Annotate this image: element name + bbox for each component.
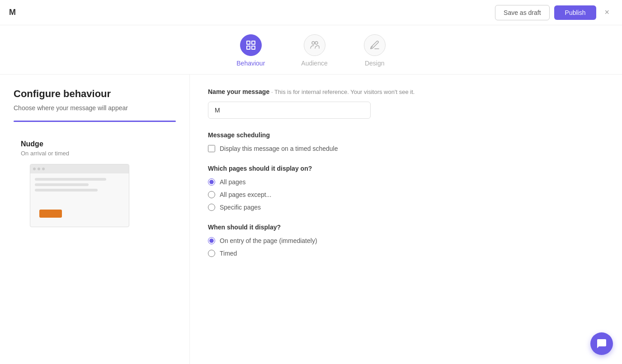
scheduling-section: Message scheduling Display this message … [208,131,604,152]
svg-point-4 [312,42,315,44]
nudge-content-area [30,173,129,199]
panel-title: Configure behaviour [14,88,176,100]
publish-button[interactable]: Publish [554,5,597,20]
behaviour-label: Behaviour [236,60,265,67]
message-name-input[interactable] [208,102,371,119]
when-radio-immediate-label[interactable]: On entry of the page (immediately) [220,237,317,244]
pages-radio-except: All pages except... [208,191,604,198]
header: M Save as draft Publish × [0,0,622,25]
nudge-dot-1 [33,168,36,170]
steps-nav: Behaviour Audience Design [0,25,622,75]
pages-radio-specific-input[interactable] [208,204,215,211]
pages-radio-except-input[interactable] [208,191,215,198]
app-logo: M [9,8,16,17]
panel-subtitle: Choose where your message will appear [14,104,176,112]
audience-icon [309,40,320,51]
when-title: When should it display? [208,224,604,231]
when-radio-immediate: On entry of the page (immediately) [208,237,604,244]
svg-rect-3 [252,46,255,49]
right-panel: Name your message · This is for internal… [190,75,622,364]
close-button[interactable]: × [601,6,613,19]
pages-radio-all: All pages [208,178,604,186]
nudge-dot-2 [38,168,40,170]
svg-point-5 [315,42,318,44]
nudge-line-3 [35,189,98,191]
name-label-sub: · This is for internal reference. Your v… [271,89,415,95]
name-label-main: Name your message [208,88,269,95]
nudge-badge [39,210,62,218]
scheduling-title: Message scheduling [208,131,604,139]
pages-radio-specific: Specific pages [208,204,604,211]
svg-rect-2 [247,46,250,49]
name-label: Name your message · This is for internal… [208,88,604,95]
nudge-preview-bar [30,164,129,173]
nudge-subtitle: On arrival or timed [21,150,169,157]
name-section: Name your message · This is for internal… [208,88,604,119]
left-panel: Configure behaviour Choose where your me… [0,75,190,364]
scheduling-checkbox[interactable] [208,145,215,152]
nudge-line-1 [35,178,106,181]
when-radio-timed-input[interactable] [208,250,215,257]
design-icon [369,40,380,51]
behaviour-icon-wrap [240,34,262,56]
audience-label: Audience [301,60,327,67]
behaviour-icon [245,40,256,51]
nudge-preview [30,164,129,227]
when-radio-timed: Timed [208,250,604,257]
chat-bubble[interactable] [590,332,613,355]
pages-title: Which pages should it display on? [208,165,604,172]
scheduling-checkbox-label[interactable]: Display this message on a timed schedule [220,145,338,152]
nudge-card: Nudge On arrival or timed [14,133,176,234]
when-radio-immediate-input[interactable] [208,237,215,244]
nudge-dot-3 [42,168,45,170]
pages-section: Which pages should it display on? All pa… [208,165,604,211]
svg-rect-0 [247,41,250,44]
pages-radio-all-label[interactable]: All pages [220,178,246,186]
main-content: Configure behaviour Choose where your me… [0,75,622,364]
pages-radio-specific-label[interactable]: Specific pages [220,204,261,211]
step-audience[interactable]: Audience [301,34,327,67]
progress-bar [14,121,176,122]
when-radio-timed-label[interactable]: Timed [220,250,237,257]
step-behaviour[interactable]: Behaviour [236,34,265,67]
step-design[interactable]: Design [364,34,386,67]
audience-icon-wrap [304,34,325,56]
svg-rect-1 [252,41,255,44]
design-label: Design [365,60,385,67]
pages-radio-all-input[interactable] [208,178,215,186]
when-section: When should it display? On entry of the … [208,224,604,257]
nudge-line-2 [35,183,89,186]
chat-icon [596,338,607,349]
header-actions: Save as draft Publish × [495,5,613,20]
design-icon-wrap [364,34,386,56]
scheduling-checkbox-row: Display this message on a timed schedule [208,145,604,152]
pages-radio-except-label[interactable]: All pages except... [220,191,271,198]
nudge-title: Nudge [21,140,169,148]
save-draft-button[interactable]: Save as draft [495,5,550,20]
